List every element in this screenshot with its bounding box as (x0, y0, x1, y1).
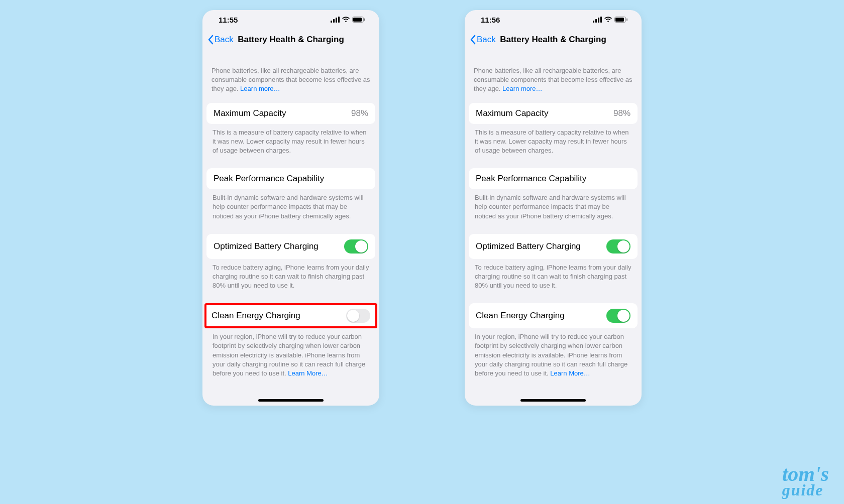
watermark-line1: tom's (782, 465, 829, 483)
phone-pair: 11:55 Back Battery Health & Charging Pho… (0, 0, 844, 406)
peak-performance-label: Peak Performance Capability (214, 174, 324, 184)
phone-screen: 11:56 Back Battery Health & Charging Pho… (465, 10, 642, 406)
clean-energy-highlight: Clean Energy Charging (204, 303, 377, 328)
max-capacity-value: 98% (613, 108, 630, 118)
svg-rect-8 (595, 19, 597, 23)
battery-icon (352, 17, 365, 23)
clean-energy-learn-more-link[interactable]: Learn More… (288, 369, 328, 377)
svg-rect-12 (615, 18, 624, 22)
watermark-line2: guide (782, 483, 829, 497)
clean-energy-footer: In your region, iPhone will try to reduc… (206, 328, 375, 387)
back-label: Back (215, 35, 234, 45)
intro-text: Phone batteries, like all rechargeable b… (469, 50, 638, 99)
svg-rect-3 (338, 17, 340, 23)
phone-screen: 11:55 Back Battery Health & Charging Pho… (202, 10, 379, 406)
cellular-icon (331, 17, 340, 23)
svg-rect-0 (331, 21, 332, 23)
clean-energy-row[interactable]: Clean Energy Charging (212, 309, 370, 323)
cellular-icon (593, 17, 602, 23)
back-button[interactable]: Back (207, 35, 234, 45)
content: Phone batteries, like all rechargeable b… (202, 50, 379, 387)
svg-rect-6 (364, 19, 365, 21)
status-time: 11:56 (481, 16, 500, 24)
max-capacity-footer: This is a measure of battery capacity re… (206, 124, 375, 165)
toggle-knob (617, 240, 629, 253)
svg-rect-1 (333, 19, 335, 23)
max-capacity-value: 98% (351, 108, 368, 118)
max-capacity-row[interactable]: Maximum Capacity 98% (206, 103, 375, 124)
clean-energy-footer: In your region, iPhone will try to reduc… (469, 328, 638, 387)
status-bar: 11:56 (465, 10, 642, 29)
clean-energy-learn-more-link[interactable]: Learn More… (550, 369, 590, 377)
svg-rect-2 (336, 18, 337, 23)
status-time: 11:55 (219, 16, 238, 24)
status-bar: 11:55 (202, 10, 379, 29)
peak-performance-footer: Built-in dynamic software and hardware s… (206, 189, 375, 230)
clean-energy-label: Clean Energy Charging (212, 311, 300, 321)
optimized-charging-toggle[interactable] (344, 239, 368, 254)
toggle-knob (347, 310, 359, 322)
nav-bar: Back Battery Health & Charging (202, 29, 379, 50)
chevron-left-icon (207, 35, 214, 45)
watermark: tom's guide (782, 465, 829, 497)
optimized-charging-row[interactable]: Optimized Battery Charging (469, 234, 638, 259)
svg-rect-13 (626, 19, 627, 21)
optimized-charging-label: Optimized Battery Charging (214, 241, 319, 251)
status-icons (331, 17, 365, 23)
peak-performance-label: Peak Performance Capability (476, 174, 586, 184)
toggle-knob (617, 310, 629, 322)
max-capacity-row[interactable]: Maximum Capacity 98% (469, 103, 638, 124)
optimized-charging-row[interactable]: Optimized Battery Charging (206, 234, 375, 259)
battery-icon (614, 17, 627, 23)
clean-energy-toggle[interactable] (346, 309, 370, 323)
intro-learn-more-link[interactable]: Learn more… (502, 85, 542, 92)
chevron-left-icon (470, 35, 476, 45)
home-indicator[interactable] (520, 399, 586, 402)
home-indicator[interactable] (258, 399, 324, 402)
optimized-charging-label: Optimized Battery Charging (476, 241, 581, 251)
clean-energy-label: Clean Energy Charging (476, 311, 565, 321)
svg-rect-5 (353, 18, 362, 22)
wifi-icon (342, 17, 350, 23)
toggle-knob (355, 240, 367, 253)
peak-performance-row[interactable]: Peak Performance Capability (469, 168, 638, 189)
clean-energy-row[interactable]: Clean Energy Charging (469, 303, 638, 328)
intro-body: Phone batteries, like all rechargeable b… (212, 67, 370, 92)
nav-bar: Back Battery Health & Charging (465, 29, 642, 50)
peak-performance-row[interactable]: Peak Performance Capability (206, 168, 375, 189)
svg-rect-9 (598, 18, 599, 23)
back-label: Back (477, 35, 496, 45)
intro-learn-more-link[interactable]: Learn more… (240, 85, 280, 92)
max-capacity-label: Maximum Capacity (214, 108, 286, 118)
optimized-charging-footer: To reduce battery aging, iPhone learns f… (469, 259, 638, 300)
intro-text: Phone batteries, like all rechargeable b… (206, 50, 375, 99)
wifi-icon (604, 17, 612, 23)
max-capacity-footer: This is a measure of battery capacity re… (469, 124, 638, 165)
clean-energy-toggle[interactable] (606, 309, 630, 323)
intro-body: Phone batteries, like all rechargeable b… (474, 67, 632, 92)
svg-rect-7 (593, 21, 594, 23)
optimized-charging-toggle[interactable] (606, 239, 630, 254)
max-capacity-label: Maximum Capacity (476, 108, 549, 118)
optimized-charging-footer: To reduce battery aging, iPhone learns f… (206, 259, 375, 300)
peak-performance-footer: Built-in dynamic software and hardware s… (469, 189, 638, 230)
content: Phone batteries, like all rechargeable b… (465, 50, 642, 387)
status-icons (593, 17, 627, 23)
back-button[interactable]: Back (470, 35, 496, 45)
svg-rect-10 (600, 17, 602, 23)
